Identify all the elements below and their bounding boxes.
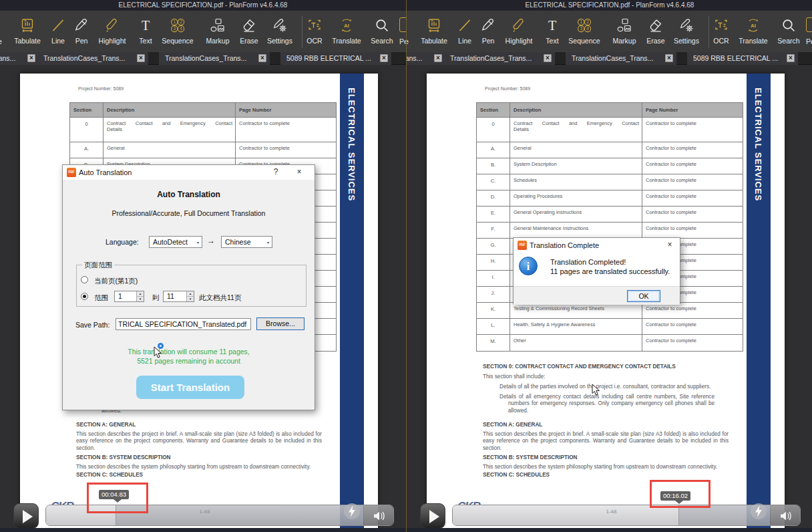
sectionB-para: This section describes the system philos… (76, 464, 333, 471)
volume-zone (363, 505, 394, 525)
search-button[interactable]: Search (363, 15, 401, 45)
settings-button[interactable]: Settings (261, 15, 298, 45)
sequence-button[interactable]: 1234Sequence (159, 15, 196, 45)
dialog-help-button[interactable]: ? (270, 167, 281, 176)
toolbar-button-label: Settings (668, 37, 705, 45)
table-row: 0Contract Contact and Emergency ContactD… (70, 118, 336, 142)
toolbar-partial-icon-right (806, 17, 812, 32)
document-tab[interactable]: TranslationCases_Trans...× (406, 52, 445, 65)
range-to-label: 到 (152, 293, 160, 303)
cell-section: F. (477, 223, 510, 238)
tab-close-icon[interactable]: × (27, 54, 35, 62)
translate-button[interactable]: AITranslate (735, 15, 772, 45)
highlight-button[interactable]: Highlight (93, 15, 131, 45)
tab-close-icon[interactable]: × (258, 54, 266, 62)
radio-range[interactable] (81, 293, 88, 300)
sectionA-heading: SECTION A: GENERAL (483, 422, 542, 428)
toolbar-separator (708, 16, 709, 48)
start-translation-button[interactable]: Start Translation (136, 376, 244, 399)
tab-close-icon[interactable]: × (434, 54, 442, 62)
cell-description: Testing & Commissioning Record Sheets (510, 303, 642, 318)
cell-description: General Maintenance Instructions (510, 223, 642, 238)
language-from-select[interactable]: AutoDetect▾ (149, 236, 202, 248)
screen: ELECTRICAL SPECIFICATION.pdf - PlanForm … (0, 0, 812, 532)
document-tab[interactable]: TranslationCases_Trans...× (37, 52, 148, 65)
col-header-page: Page Number (642, 103, 743, 117)
speaker-icon[interactable] (373, 510, 386, 525)
tab-close-icon[interactable]: × (544, 54, 552, 62)
sequence-button[interactable]: 1234Sequence (566, 15, 603, 45)
cell-desc-line: Contract Contact and Emergency Contact (514, 120, 639, 126)
browse-button[interactable]: Browse... (256, 317, 304, 330)
svg-text:3: 3 (580, 26, 582, 31)
translate-button[interactable]: AITranslate (328, 15, 365, 45)
svg-text:T: T (142, 18, 150, 33)
highlight-button[interactable]: Highlight (500, 15, 538, 45)
range-to-spinner[interactable]: 11▲▼ (163, 291, 194, 302)
document-tab[interactable]: 5089 RBB ELECTRICAL ...× (687, 52, 798, 65)
tab-close-icon[interactable]: × (380, 54, 388, 62)
toolbar-button-label: Sequence (566, 37, 603, 45)
dialog-close-button[interactable]: × (664, 240, 675, 249)
toolbar: eTabulateLinePenHighlightTText1234Sequen… (407, 11, 812, 52)
play-button[interactable] (420, 503, 445, 529)
document-tab[interactable]: TranslationCases_Trans...× (0, 52, 39, 65)
toolbar-button-label: Search (363, 37, 401, 45)
tab-close-icon[interactable]: × (137, 54, 145, 62)
cell-description: Other (510, 335, 642, 351)
spinner-arrows[interactable]: ▲▼ (186, 291, 194, 301)
play-button[interactable] (13, 503, 39, 529)
language-to-select[interactable]: Chinese▾ (221, 236, 272, 248)
bolt-icon (751, 503, 767, 522)
cell-page-number: Contractor to complete (642, 319, 743, 334)
toolbar-button-label: Highlight (500, 37, 538, 45)
save-path-input[interactable]: TRICAL SPECIFICATION_Translated.pdf (116, 318, 251, 330)
highlight-icon (500, 15, 538, 36)
document-tab[interactable]: TranslationCases_Trans...× (566, 52, 676, 65)
range-from-spinner[interactable]: 1▲▼ (114, 291, 144, 302)
dialog-title: Auto Translation (79, 168, 132, 176)
pdf-app-icon: PDF (67, 168, 76, 177)
dialog-title: Translation Complete (530, 241, 599, 249)
tab-close-icon[interactable]: × (787, 54, 795, 62)
play-icon (23, 510, 33, 523)
speaker-icon[interactable] (779, 510, 793, 525)
cell-page-number: Contractor to complete (642, 158, 743, 174)
seek-bar[interactable]: 1-48 (452, 505, 801, 526)
svg-text:AI: AI (344, 23, 349, 29)
bolt-button[interactable] (751, 503, 767, 519)
radio-current-label: 当前页(第1页) (94, 277, 138, 286)
cell-page-number: Contractor to complete (236, 142, 336, 158)
document-tab[interactable]: TranslationCases_Trans...× (444, 52, 555, 65)
toolbar-button-label: Highlight (93, 37, 131, 45)
sectionA-para: This section describes the project in br… (76, 431, 322, 452)
tab-close-icon[interactable]: × (665, 54, 673, 62)
document-tab[interactable]: TranslationCases_Trans...× (159, 52, 270, 65)
table-row: D.Operating ProceduresContractor to comp… (477, 190, 743, 207)
toolbar-partial-label-left: e (406, 37, 409, 45)
dialog-close-button[interactable]: × (294, 167, 304, 176)
sectionA-para: This section describes the project in br… (483, 431, 729, 452)
table-row: B.System DescriptionContractor to comple… (477, 158, 743, 174)
mouse-cursor-icon (592, 384, 600, 399)
bolt-button[interactable] (344, 503, 360, 519)
ok-button[interactable]: OK (627, 290, 660, 302)
cell-section: B. (477, 158, 510, 174)
cell-section: K. (477, 303, 510, 318)
table-row: A.GeneralContractor to complete (477, 142, 743, 158)
cell-desc-line: Contract Contact and Emergency Contact (107, 120, 232, 126)
settings-icon (261, 15, 298, 36)
radio-current-page[interactable] (81, 276, 88, 283)
translation-complete-dialog: PDFTranslation Complete×iTranslation Com… (513, 237, 680, 304)
settings-button[interactable]: Settings (668, 15, 705, 45)
banner-text: ELECTRICAL SERVICES (753, 88, 763, 201)
svg-text:T: T (548, 18, 556, 33)
cell-section: A. (477, 142, 510, 158)
search-button[interactable]: Search (770, 15, 807, 45)
dialog-titlebar: PDFTranslation Complete× (514, 238, 680, 253)
window-titlebar: ELECTRICAL SPECIFICATION.pdf - PlanForm … (0, 0, 406, 11)
table-row: K.Testing & Commissioning Record SheetsC… (477, 303, 743, 319)
document-tab[interactable]: 5089 RBB ELECTRICAL ...× (280, 52, 391, 65)
spinner-arrows[interactable]: ▲▼ (136, 291, 144, 301)
cell-section: L. (477, 319, 510, 334)
